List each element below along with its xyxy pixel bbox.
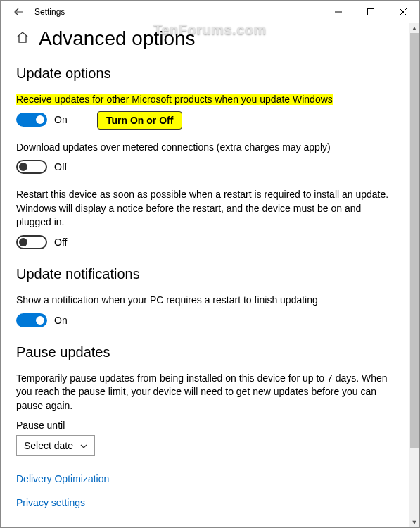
toggle-state: On: [54, 315, 68, 326]
setting-label: Restart this device as soon as possible …: [16, 188, 397, 230]
close-button[interactable]: [387, 1, 419, 23]
app-title: Settings: [34, 7, 65, 17]
link-privacy-settings[interactable]: Privacy settings: [16, 497, 397, 508]
section-update-notifications: Update notifications Show a notification…: [16, 266, 397, 327]
toggle-row-notification: On: [16, 313, 397, 327]
toggle-row-restart: Off: [16, 235, 397, 249]
toggle-state: On: [54, 114, 68, 125]
toggle-knob: [36, 316, 44, 325]
toggle-metered[interactable]: [16, 160, 47, 174]
minimize-button[interactable]: [322, 1, 355, 23]
setting-label: Receive updates for other Microsoft prod…: [16, 93, 397, 107]
toggle-row-receive-updates: On Turn On or Off: [16, 113, 397, 127]
content-area: Advanced options Update options Receive …: [1, 23, 409, 527]
section-title-pause: Pause updates: [16, 344, 397, 360]
section-update-options: Update options Receive updates for other…: [16, 65, 397, 249]
titlebar: Settings: [1, 1, 419, 23]
scrollbar[interactable]: ▲ ▼: [409, 23, 419, 527]
page-title: Advanced options: [39, 27, 196, 50]
callout-annotation: Turn On or Off: [97, 111, 182, 130]
toggle-knob: [19, 238, 27, 246]
maximize-button[interactable]: [355, 1, 387, 23]
scrollbar-down-arrow[interactable]: ▼: [409, 517, 419, 527]
setting-label: Show a notification when your PC require…: [16, 294, 397, 308]
pause-until-label: Pause until: [16, 420, 397, 431]
toggle-notification[interactable]: [16, 313, 47, 327]
pause-until-dropdown[interactable]: Select date: [16, 435, 95, 456]
toggle-knob: [36, 115, 44, 124]
back-button[interactable]: [6, 1, 32, 23]
toggle-knob: [19, 163, 27, 171]
toggle-restart[interactable]: [16, 235, 47, 249]
toggle-state: Off: [54, 237, 67, 248]
chevron-down-icon: [80, 441, 87, 450]
home-icon[interactable]: [16, 31, 29, 47]
toggle-state: Off: [54, 161, 67, 172]
toggle-receive-updates[interactable]: [16, 113, 47, 127]
dropdown-value: Select date: [24, 440, 73, 451]
scrollbar-up-arrow[interactable]: ▲: [409, 23, 419, 33]
section-pause-updates: Pause updates Temporarily pause updates …: [16, 344, 397, 457]
setting-label: Download updates over metered connection…: [16, 141, 397, 155]
pause-description: Temporarily pause updates from being ins…: [16, 372, 397, 413]
section-title-notifications: Update notifications: [16, 266, 397, 282]
link-delivery-optimization[interactable]: Delivery Optimization: [16, 473, 397, 484]
callout-line: [69, 120, 97, 120]
highlighted-label: Receive updates for other Microsoft prod…: [16, 94, 333, 105]
page-header: Advanced options: [16, 27, 397, 50]
svg-rect-1: [368, 9, 374, 15]
scrollbar-thumb[interactable]: [410, 33, 419, 448]
section-title-update-options: Update options: [16, 65, 397, 82]
window-controls: [322, 1, 419, 23]
toggle-row-metered: Off: [16, 160, 397, 174]
